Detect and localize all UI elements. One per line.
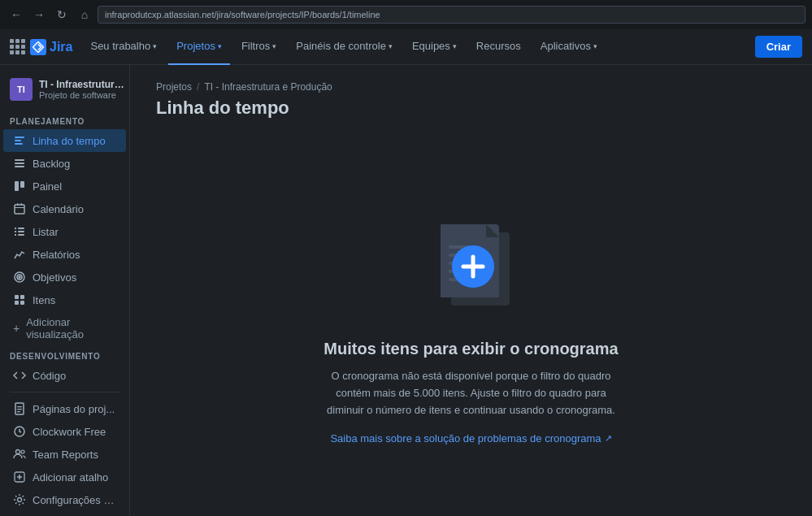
shortcut-icon — [13, 470, 26, 483]
chevron-down-icon: ▾ — [218, 42, 222, 50]
external-link-icon: ↗ — [605, 433, 612, 444]
sidebar-item-label: Linha do tempo — [33, 135, 106, 147]
sidebar-item-painel[interactable]: Painel — [3, 175, 126, 197]
sidebar-item-label: Backlog — [33, 158, 70, 170]
svg-rect-15 — [18, 231, 24, 232]
forward-button[interactable]: → — [29, 5, 49, 24]
project-avatar: TI — [10, 78, 33, 101]
svg-rect-16 — [15, 234, 16, 236]
sidebar-item-listar[interactable]: Listar — [3, 220, 126, 243]
breadcrumb-projetos[interactable]: Projetos — [156, 81, 192, 93]
address-text: infraprodutcxp.atlassian.net/jira/softwa… — [105, 10, 380, 20]
breadcrumb-ti[interactable]: TI - Infraestrutura e Produção — [204, 81, 332, 93]
sidebar-item-team-reports[interactable]: Team Reports — [3, 443, 126, 466]
sidebar-item-objetivos[interactable]: Objetivos — [3, 266, 126, 288]
board-icon — [13, 180, 26, 193]
nav-aplicativos[interactable]: Aplicativos ▾ — [532, 29, 606, 65]
svg-rect-27 — [17, 409, 22, 410]
svg-rect-1 — [15, 140, 21, 141]
code-icon — [13, 369, 26, 382]
empty-state-title: Muitos itens para exibir o cronograma — [323, 340, 618, 358]
sidebar-item-relatorios[interactable]: Relatórios — [3, 243, 126, 266]
browser-topbar: ← → ↻ ⌂ infraprodutcxp.atlassian.net/jir… — [0, 0, 812, 29]
empty-state-link[interactable]: Saiba mais sobre a solução de problemas … — [330, 432, 611, 444]
main-content: Projetos / TI - Infraestrutura e Produçã… — [130, 65, 812, 516]
sidebar-divider — [10, 392, 119, 392]
listar-icon — [13, 225, 26, 238]
svg-rect-22 — [20, 295, 24, 299]
svg-rect-7 — [20, 181, 24, 188]
svg-rect-26 — [17, 406, 22, 407]
sidebar-item-backlog[interactable]: Backlog — [3, 152, 126, 175]
chevron-down-icon: ▾ — [272, 42, 276, 50]
refresh-button[interactable]: ↻ — [52, 5, 72, 24]
project-header[interactable]: TI TI - Infraestrutura e Pro... Projeto … — [0, 72, 129, 111]
svg-point-35 — [18, 498, 22, 502]
home-button[interactable]: ⌂ — [75, 5, 94, 24]
svg-rect-8 — [15, 205, 24, 214]
sidebar-item-calendario[interactable]: Calendário — [3, 197, 126, 220]
sidebar-item-label: Código — [33, 370, 66, 382]
nav-recursos[interactable]: Recursos — [468, 29, 529, 65]
pages-icon — [13, 402, 26, 415]
svg-rect-3 — [15, 159, 24, 161]
sidebar-item-clockwork[interactable]: Clockwork Free — [3, 420, 126, 443]
sidebar-item-paginas[interactable]: Páginas do proj... — [3, 397, 126, 420]
chevron-down-icon: ▾ — [389, 42, 393, 50]
svg-rect-2 — [15, 143, 23, 145]
clock-icon — [13, 425, 26, 438]
svg-point-20 — [19, 276, 20, 278]
nav-filtros[interactable]: Filtros ▾ — [233, 29, 284, 65]
svg-rect-6 — [15, 181, 19, 191]
nav-equipes[interactable]: Equipes ▾ — [404, 29, 465, 65]
svg-point-31 — [21, 450, 24, 453]
sidebar-item-label: Team Reports — [33, 449, 98, 461]
empty-state-description: O cronograma não está disponível porque … — [317, 368, 626, 418]
project-info: TI - Infraestrutura e Pro... Projeto de … — [39, 79, 124, 100]
settings-icon — [13, 493, 26, 506]
sidebar-item-configuracoes[interactable]: Configurações do p... — [3, 488, 126, 511]
list-icon — [13, 157, 26, 170]
sidebar-item-label: Relatórios — [33, 249, 80, 261]
sidebar-item-label: Objetivos — [33, 271, 76, 284]
create-button[interactable]: Criar — [755, 36, 802, 58]
svg-rect-14 — [15, 231, 16, 232]
sidebar-item-itens[interactable]: Itens — [3, 288, 126, 311]
empty-state: Muitos itens para exibir o cronograma O … — [156, 138, 786, 500]
svg-rect-23 — [15, 301, 19, 305]
sidebar-item-label: Listar — [33, 226, 59, 238]
empty-state-link-text: Saiba mais sobre a solução de problemas … — [330, 432, 601, 444]
plus-icon: + — [13, 322, 20, 335]
address-bar[interactable]: infraprodutcxp.atlassian.net/jira/softwa… — [98, 6, 805, 24]
brand-name: Jira — [50, 40, 72, 54]
svg-rect-0 — [15, 137, 24, 138]
nav-projetos[interactable]: Projetos ▾ — [168, 29, 230, 65]
timeline-icon — [13, 134, 26, 147]
sidebar-item-label: Painel — [33, 180, 62, 193]
svg-rect-10 — [21, 203, 23, 206]
nav-seu-trabalho[interactable]: Seu trabalho ▾ — [82, 29, 165, 65]
sidebar-item-label: Clockwork Free — [33, 426, 106, 438]
svg-rect-12 — [15, 228, 16, 229]
target-icon — [13, 271, 26, 284]
sidebar-item-linha-do-tempo[interactable]: Linha do tempo — [3, 129, 126, 152]
sidebar-item-label: Itens — [33, 294, 55, 306]
items-icon — [13, 293, 26, 306]
sidebar-item-adicionar-atalho[interactable]: Adicionar atalho — [3, 466, 126, 488]
sidebar-item-label: Calendário — [33, 203, 84, 215]
svg-point-30 — [16, 450, 20, 454]
add-view-label: Adicionar visualização — [26, 316, 116, 340]
app-logo[interactable]: Jira — [10, 39, 72, 55]
svg-rect-28 — [17, 411, 20, 412]
svg-rect-9 — [17, 203, 19, 206]
sidebar-item-label: Adicionar atalho — [33, 471, 108, 483]
project-type: Projeto de software — [39, 90, 124, 100]
sidebar-item-codigo[interactable]: Código — [3, 364, 126, 387]
breadcrumb: Projetos / TI - Infraestrutura e Produçã… — [156, 81, 332, 93]
main-navbar: Jira Seu trabalho ▾ Projetos ▾ Filtros ▾… — [0, 29, 812, 65]
add-view-button[interactable]: + Adicionar visualização — [3, 311, 126, 345]
chart-icon — [13, 248, 26, 261]
brand-logo: Jira — [30, 39, 72, 55]
nav-paineis[interactable]: Painéis de controle ▾ — [288, 29, 401, 65]
back-button[interactable]: ← — [7, 5, 26, 24]
